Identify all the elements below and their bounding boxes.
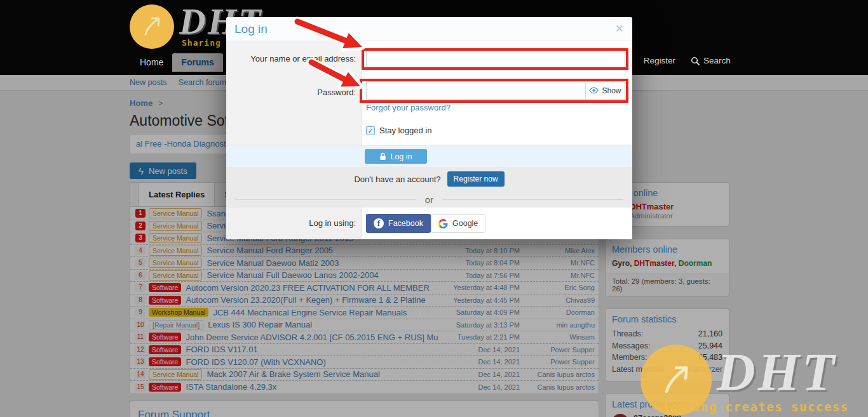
site-logo[interactable]: [130, 4, 174, 49]
arrow-up-right-icon: [655, 359, 697, 401]
stay-logged-in-label: Stay logged in: [379, 126, 431, 135]
facebook-login-button[interactable]: f Facebook: [366, 214, 431, 233]
google-label: Google: [452, 219, 478, 228]
stay-logged-in-row: Stay logged in: [366, 126, 431, 135]
modal-title: Log in: [234, 22, 268, 36]
search-label: Search: [703, 56, 731, 65]
eye-icon: [589, 87, 599, 94]
show-label: Show: [602, 86, 621, 95]
login-button-band: Log in: [226, 145, 632, 167]
nav-item-forums[interactable]: Forums: [172, 53, 222, 72]
arrow-up-right-icon: [138, 13, 166, 41]
forgot-password-link[interactable]: Forgot your password?: [366, 103, 451, 112]
modal-header: Log in: [226, 17, 632, 41]
register-now-button[interactable]: Register now: [447, 171, 505, 187]
divider-line: [235, 199, 416, 200]
password-input[interactable]: [367, 82, 585, 99]
facebook-icon: f: [374, 218, 384, 228]
page: DHT Sharing creates success Home Forums …: [0, 0, 868, 417]
no-account-text: Don't have an account?: [354, 175, 440, 184]
search-icon: [691, 56, 700, 65]
or-label: or: [416, 194, 442, 205]
login-modal: Log in Your name or email address: Passw…: [226, 17, 632, 239]
social-login-band: Log in using: f Facebook Google: [226, 208, 632, 239]
password-group: Show: [366, 81, 625, 100]
facebook-label: Facebook: [388, 219, 423, 228]
modal-body: Your name or email address: Password: Sh…: [226, 41, 632, 145]
google-login-button[interactable]: Google: [431, 214, 485, 233]
login-submit-label: Log in: [390, 152, 412, 161]
close-icon[interactable]: [615, 22, 624, 36]
watermark-brand: DHT: [717, 341, 837, 403]
google-icon: [438, 219, 448, 228]
username-input[interactable]: [366, 50, 625, 67]
divider-line: [442, 199, 623, 200]
password-label: Password:: [226, 88, 356, 97]
lock-icon: [379, 152, 386, 161]
stay-logged-in-checkbox[interactable]: [366, 126, 375, 135]
search-link[interactable]: Search: [691, 56, 731, 65]
watermark-tagline: Sharing creates success: [660, 400, 849, 414]
show-password-button[interactable]: Show: [585, 82, 625, 99]
register-link[interactable]: Register: [644, 56, 675, 65]
or-divider: or: [226, 191, 632, 208]
register-band: Don't have an account? Register now: [226, 167, 632, 191]
nav-item-home[interactable]: Home: [131, 53, 172, 72]
username-label: Your name or email address:: [226, 54, 356, 63]
login-using-label: Log in using:: [226, 218, 356, 228]
login-submit-button[interactable]: Log in: [365, 149, 427, 164]
